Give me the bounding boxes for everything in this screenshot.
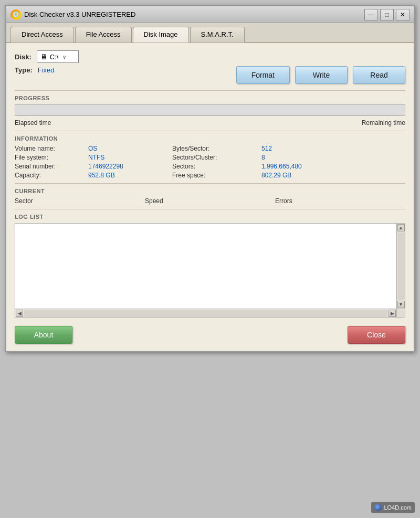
watermark: LO4D.com <box>371 502 415 513</box>
log-box[interactable]: ▲ ▼ ◀ ▶ <box>15 223 405 318</box>
disk-value: C:\ <box>50 53 59 61</box>
scroll-track-v <box>397 232 405 300</box>
content-area: Disk: 🖥 C:\ ∨ Type: Fixed Format Write R… <box>6 43 414 351</box>
maximize-button[interactable]: □ <box>380 9 394 20</box>
horizontal-scrollbar[interactable]: ◀ ▶ <box>15 309 396 317</box>
about-button[interactable]: About <box>15 326 72 344</box>
free-space-val: 802.29 GB <box>261 172 345 179</box>
progress-section: PROGRESS Elapsed time Remaining time <box>15 95 405 126</box>
file-system-key: File system: <box>15 154 88 161</box>
window-title: Disk Checker v3.3 UNREGISTERED <box>24 10 135 18</box>
read-button[interactable]: Read <box>353 66 405 84</box>
progress-bar-container <box>15 104 405 116</box>
disk-drive-icon: 🖥 <box>40 52 48 61</box>
divider-4 <box>15 209 405 209</box>
progress-section-label: PROGRESS <box>15 95 405 101</box>
main-window: 💿 Disk Checker v3.3 UNREGISTERED — □ ✕ D… <box>5 5 415 352</box>
disk-row: Disk: 🖥 C:\ ∨ <box>15 50 405 63</box>
scroll-track-h <box>24 310 387 317</box>
sectors-cluster-key: Sectors/Cluster: <box>172 154 261 161</box>
format-button[interactable]: Format <box>236 66 290 84</box>
serial-number-key: Serial number: <box>15 163 88 170</box>
remaining-time-label: Remaining time <box>362 119 405 126</box>
log-section-label: LOG LIST <box>15 214 405 220</box>
app-icon: 💿 <box>10 9 21 20</box>
tab-disk-image[interactable]: Disk Image <box>133 27 189 43</box>
scroll-up-arrow[interactable]: ▲ <box>397 224 405 231</box>
current-errors-label: Errors <box>275 197 405 205</box>
sectors-cluster-val: 8 <box>261 154 345 161</box>
action-buttons-group: Format Write Read <box>236 66 405 84</box>
volume-name-key: Volume name: <box>15 145 88 152</box>
tab-smart[interactable]: S.M.A.R.T. <box>190 27 245 43</box>
scrollbar-corner <box>396 309 405 317</box>
info-grid: Volume name: OS Bytes/Sector: 512 File s… <box>15 145 405 179</box>
scroll-right-arrow[interactable]: ▶ <box>388 310 396 317</box>
free-space-key: Free space: <box>172 172 261 179</box>
current-section-label: CURRENT <box>15 188 405 194</box>
volume-name-val: OS <box>88 145 172 152</box>
title-bar-buttons: — □ ✕ <box>364 9 410 20</box>
capacity-val: 952.8 GB <box>88 172 172 179</box>
tabs-row: Direct Access File Access Disk Image S.M… <box>6 23 414 43</box>
elapsed-time-label: Elapsed time <box>15 119 51 126</box>
information-section-label: INFORMATION <box>15 135 405 142</box>
dropdown-arrow-icon: ∨ <box>62 54 66 60</box>
minimize-button[interactable]: — <box>364 9 378 20</box>
current-speed-label: Speed <box>145 197 275 205</box>
write-button[interactable]: Write <box>295 66 348 84</box>
information-section: INFORMATION Volume name: OS Bytes/Sector… <box>15 135 405 179</box>
window-close-button[interactable]: ✕ <box>396 9 410 20</box>
file-system-val: NTFS <box>88 154 172 161</box>
scroll-left-arrow[interactable]: ◀ <box>16 310 23 317</box>
log-section: LOG LIST ▲ ▼ ◀ ▶ <box>15 214 405 318</box>
bottom-buttons-row: About Close <box>15 324 405 344</box>
title-bar-left: 💿 Disk Checker v3.3 UNREGISTERED <box>10 9 135 20</box>
sectors-val: 1,996,665,480 <box>261 163 345 170</box>
vertical-scrollbar[interactable]: ▲ ▼ <box>396 224 405 309</box>
current-row: Sector Speed Errors <box>15 197 405 205</box>
type-row: Type: Fixed <box>15 66 55 74</box>
close-button[interactable]: Close <box>348 326 405 344</box>
progress-labels: Elapsed time Remaining time <box>15 119 405 126</box>
type-label: Type: <box>15 66 33 74</box>
divider-1 <box>15 90 405 91</box>
watermark-text: LO4D.com <box>384 504 412 511</box>
sectors-key: Sectors: <box>172 163 261 170</box>
tab-direct-access[interactable]: Direct Access <box>10 27 74 43</box>
capacity-key: Capacity: <box>15 172 88 179</box>
disk-dropdown[interactable]: 🖥 C:\ ∨ <box>37 50 79 63</box>
tab-file-access[interactable]: File Access <box>75 27 132 43</box>
divider-3 <box>15 183 405 184</box>
type-value: Fixed <box>38 66 55 74</box>
serial-number-val: 1746922298 <box>88 163 172 170</box>
divider-2 <box>15 131 405 131</box>
scroll-down-arrow[interactable]: ▼ <box>397 301 405 308</box>
bytes-sector-val: 512 <box>261 145 345 152</box>
current-section: CURRENT Sector Speed Errors <box>15 188 405 205</box>
current-sector-label: Sector <box>15 197 145 205</box>
disk-label: Disk: <box>15 53 32 61</box>
title-bar: 💿 Disk Checker v3.3 UNREGISTERED — □ ✕ <box>6 6 414 23</box>
bytes-sector-key: Bytes/Sector: <box>172 145 261 152</box>
watermark-globe-icon <box>374 504 382 511</box>
